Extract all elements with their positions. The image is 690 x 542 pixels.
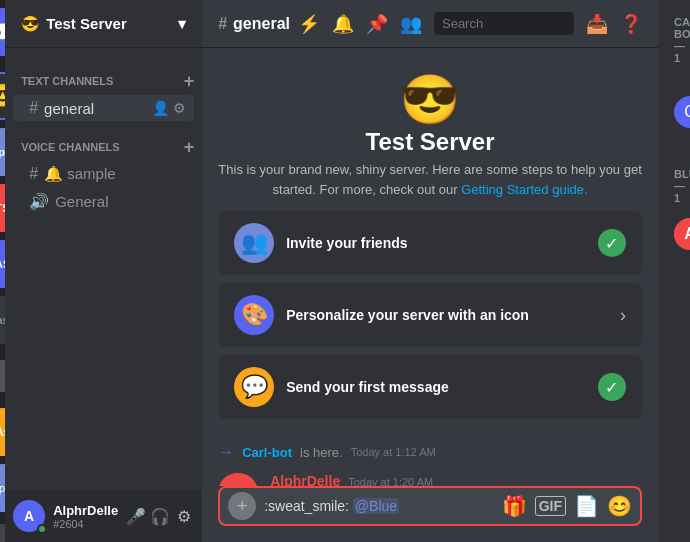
voice-channels-label: VOICE CHANNELS [21,141,119,153]
user-avatar-letter: A [24,508,34,524]
task-invite-check: ✓ [598,229,626,257]
task-cards: 👥 Invite your friends ✓ 🎨 Personalize yo… [218,211,642,419]
alphr-message-time: Today at 1:20 AM [348,476,433,486]
chat-input-box: + :sweat_smile: @Blue 🎁 GIF 📄 😊 [218,486,642,526]
member-row-alphr[interactable]: A AlphrDelle 👑 [666,212,682,256]
search-input[interactable] [434,12,574,35]
task-invite-content: Invite your friends [286,235,586,251]
alphr-avatar: A [674,218,690,250]
chat-area: # general ⚡ 🔔 📌 👥 📥 ❓ 😎 Test Server This… [202,0,658,542]
server-name-display: 😎 Test Server [21,15,127,33]
inbox-icon[interactable]: 📥 [586,13,608,35]
message-alphr: D AlphrDelle Today at 1:20 AM ?reactionr… [218,469,642,486]
channel-name-general: general [44,100,146,117]
user-controls: 🎤 🎧 ⚙ [126,506,194,526]
server-icon-alphr1[interactable]: alphr [0,128,5,176]
server-emoji: 😎 [21,15,40,33]
pin-icon[interactable]: 📌 [366,13,388,35]
task-message-check: ✓ [598,373,626,401]
notification-icon[interactable]: 🔔 [332,13,354,35]
blue-section-title: BLUE — 1 [666,168,682,204]
carlbot-section-title: CARL-BOT — 1 [666,16,682,64]
voice-channels-category: VOICE CHANNELS + [5,122,202,160]
task-personalize[interactable]: 🎨 Personalize your server with an icon › [218,283,642,347]
help-icon[interactable]: ❓ [620,13,642,35]
user-info: AlphrDelle #2604 [53,503,118,530]
channel-header-label: general [233,15,290,33]
server-icon-circle1[interactable] [0,352,5,400]
channel-name-sample: 🔔 sample [44,165,186,183]
getting-started-link[interactable]: Getting Started guide. [461,182,587,197]
channel-header-name: # general [218,15,290,33]
members-icon[interactable]: 👥 [400,13,422,35]
task-invite-friends[interactable]: 👥 Invite your friends ✓ [218,211,642,275]
channels-list: TEXT CHANNELS + # general 👤 ⚙ VOICE CHAN… [5,48,202,490]
channel-item-voice-general[interactable]: 🔊 General [13,188,194,215]
thread-icon[interactable]: ⚡ [298,13,320,35]
carlbot-join-time: Today at 1:12 AM [351,446,436,458]
task-personalize-content: Personalize your server with an icon [286,307,608,323]
sticker-button[interactable]: 📄 [574,494,599,518]
chat-input-area: + :sweat_smile: @Blue 🎁 GIF 📄 😊 [202,486,658,542]
add-member-icon[interactable]: 👤 [152,100,169,116]
server-header[interactable]: 😎 Test Server ▾ [5,0,202,48]
task-invite-icon: 👥 [234,223,274,263]
task-invite-title: Invite your friends [286,235,586,251]
carlbot-username[interactable]: Carl-bot [242,445,292,460]
server-icon-as2[interactable]: as [0,296,5,344]
message-input[interactable]: :sweat_smile: @Blue [264,498,493,514]
text-channels-label: TEXT CHANNELS [21,75,113,87]
alphr-message-avatar: D [218,473,258,486]
task-message-content: Send your first message [286,379,586,395]
discord-home-button[interactable] [0,8,5,56]
server-icon-photo[interactable]: img [0,520,5,542]
member-row-carlbot[interactable]: C Carl-bot BOT Playing !help · carl.gg [666,72,682,152]
user-area: A AlphrDelle #2604 🎤 🎧 ⚙ [5,490,202,542]
system-is-here-text: is here. [300,445,343,460]
server-icon-ts[interactable]: TS [0,184,5,232]
task-message-title: Send your first message [286,379,586,395]
messages-container: 😎 Test Server This is your brand new, sh… [202,48,658,486]
input-emoji-text: :sweat_smile: [264,498,349,514]
user-avatar: A [13,500,45,532]
task-message-icon: 💬 [234,367,274,407]
voice-icon: 🔊 [29,192,49,211]
system-message-carlbot: → Carl-bot is here. Today at 1:12 AM [218,439,642,465]
channel-hash-icon: # [218,15,227,33]
attach-file-button[interactable]: + [228,492,256,520]
text-channels-category: TEXT CHANNELS + [5,56,202,94]
input-actions: 🎁 GIF 📄 😊 [502,494,632,518]
server-icon-as3[interactable]: As [0,408,5,456]
channel-sidebar: 😎 Test Server ▾ TEXT CHANNELS + # genera… [5,0,202,542]
server-icon-test-server[interactable]: 😎 [0,72,5,120]
server-dropdown-icon: ▾ [178,15,186,33]
alphr-message-username[interactable]: AlphrDelle [270,473,340,486]
alphr-message-header: AlphrDelle Today at 1:20 AM [270,473,642,486]
emoji-button[interactable]: 😊 [607,494,632,518]
task-first-message[interactable]: 💬 Send your first message ✓ [218,355,642,419]
mute-button[interactable]: 🎤 [126,506,146,526]
channel-name-voice-general: General [55,193,186,210]
gift-button[interactable]: 🎁 [502,494,527,518]
channel-actions: 👤 ⚙ [152,100,186,116]
user-discriminator: #2604 [53,518,118,530]
user-status-dot [37,524,47,534]
channel-item-sample[interactable]: # 🔔 sample [13,161,194,187]
chat-header: # general ⚡ 🔔 📌 👥 📥 ❓ [202,0,658,48]
user-settings-button[interactable]: ⚙ [174,506,194,526]
add-text-channel-button[interactable]: + [184,72,195,90]
server-icon-as1[interactable]: AS [0,240,5,288]
alphr-message-content: AlphrDelle Today at 1:20 AM ?reactionrol… [270,473,642,486]
gif-button[interactable]: GIF [535,496,566,516]
server-icon-alphr2[interactable]: alphr [0,464,5,512]
add-voice-channel-button[interactable]: + [184,138,195,156]
task-personalize-title: Personalize your server with an icon [286,307,608,323]
text-channel-icon-sample: # [29,165,38,183]
deafen-button[interactable]: 🎧 [150,506,170,526]
channel-item-general[interactable]: # general 👤 ⚙ [13,95,194,121]
welcome-section: 😎 Test Server This is your brand new, sh… [218,64,642,435]
settings-icon[interactable]: ⚙ [173,100,186,116]
members-sidebar: CARL-BOT — 1 C Carl-bot BOT Playing !hel… [658,0,690,542]
input-mention-text: @Blue [353,498,399,514]
welcome-subtitle: This is your brand new, shiny server. He… [218,160,642,199]
